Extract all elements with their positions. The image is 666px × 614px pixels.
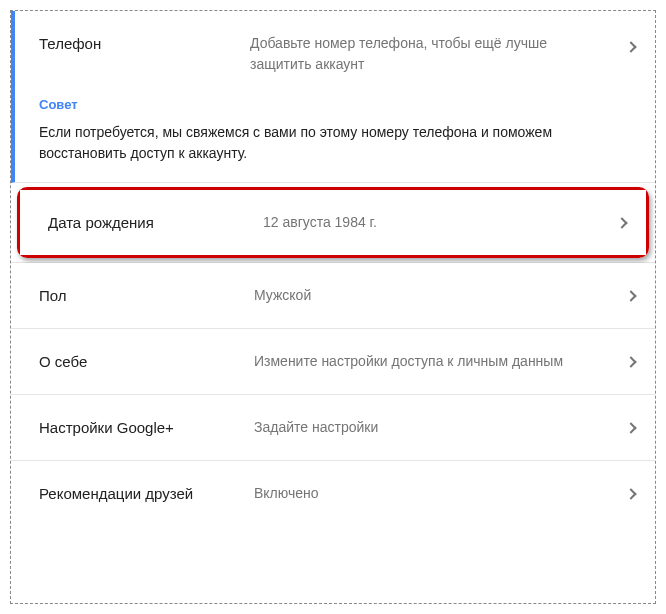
highlight-birthday: Дата рождения 12 августа 1984 г. [17,187,649,258]
settings-list: Телефон Добавьте номер телефона, чтобы е… [11,11,655,526]
row-about[interactable]: О себе Измените настройки доступа к личн… [11,329,655,395]
row-phone-label: Телефон [39,33,250,75]
row-gplus-label: Настройки Google+ [39,417,254,438]
row-birthday[interactable]: Дата рождения 12 августа 1984 г. [20,190,646,255]
row-birthday-value: 12 августа 1984 г. [263,212,622,233]
settings-panel: Телефон Добавьте номер телефона, чтобы е… [10,10,656,604]
row-about-label: О себе [39,351,254,372]
chevron-right-icon [625,41,636,52]
row-gender-value: Мужской [254,285,631,306]
row-phone-value: Добавьте номер телефона, чтобы ещё лучше… [250,33,621,75]
row-friends[interactable]: Рекомендации друзей Включено [11,461,655,526]
row-birthday-label: Дата рождения [48,212,263,233]
row-about-value: Измените настройки доступа к личным данн… [254,351,631,372]
row-gender-label: Пол [39,285,254,306]
row-gender[interactable]: Пол Мужской [11,263,655,329]
row-friends-value: Включено [254,483,631,504]
row-friends-label: Рекомендации друзей [39,483,254,504]
row-phone-clickable[interactable]: Телефон Добавьте номер телефона, чтобы е… [39,33,631,75]
row-gplus[interactable]: Настройки Google+ Задайте настройки [11,395,655,461]
row-phone: Телефон Добавьте номер телефона, чтобы е… [11,11,655,183]
phone-hint-text: Если потребуется, мы свяжемся с вами по … [39,122,629,164]
row-gplus-value: Задайте настройки [254,417,631,438]
phone-hint-title: Совет [39,97,631,112]
